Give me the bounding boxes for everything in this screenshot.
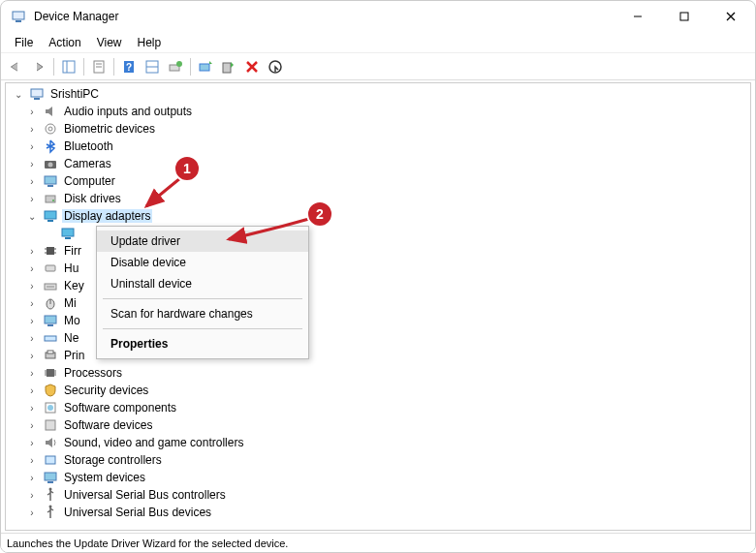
tree-item-software-devices[interactable]: › Software devices [8, 416, 748, 434]
annotation-callout-2: 2 [306, 200, 333, 228]
expand-icon[interactable]: › [25, 403, 39, 414]
tree-item-processors[interactable]: › Processors [8, 364, 748, 382]
menu-properties[interactable]: Properties [97, 333, 308, 354]
tree-item-audio[interactable]: › Audio inputs and outputs [8, 103, 748, 120]
tree-item-usb-devices[interactable]: › Universal Serial Bus devices [8, 504, 748, 521]
svg-rect-51 [47, 369, 54, 377]
expand-icon[interactable]: › [25, 124, 39, 135]
menu-separator [103, 298, 302, 299]
tree-item-label: Firr [62, 244, 83, 258]
svg-rect-6 [63, 61, 75, 73]
expand-icon[interactable]: › [25, 385, 39, 396]
svg-point-27 [48, 163, 53, 168]
svg-point-24 [46, 124, 55, 134]
expand-icon[interactable]: › [25, 455, 39, 466]
tree-item-display-adapters[interactable]: ⌄ Display adapters [8, 207, 748, 225]
menu-action[interactable]: Action [41, 34, 88, 51]
expand-icon[interactable]: › [25, 507, 39, 518]
maximize-button[interactable] [670, 7, 699, 26]
tree-item-security[interactable]: › Security devices [8, 382, 748, 399]
tree-item-bluetooth[interactable]: › Bluetooth [8, 138, 748, 155]
menu-view[interactable]: View [89, 34, 130, 51]
menu-scan-hardware[interactable]: Scan for hardware changes [97, 303, 308, 324]
menu-update-driver[interactable]: Update driver [97, 230, 308, 252]
expand-icon[interactable]: › [25, 246, 39, 257]
tree-item-label: Ne [62, 331, 80, 345]
help-button[interactable]: ? [118, 56, 140, 77]
usb-icon [43, 505, 58, 520]
tree-item-system[interactable]: › System devices [8, 469, 748, 486]
back-button[interactable] [5, 56, 26, 77]
show-hide-tree-button[interactable] [58, 56, 79, 77]
device-manager-icon [11, 9, 26, 24]
tree-item-cameras[interactable]: › Cameras [8, 155, 748, 172]
tree-item-label: Disk drives [62, 192, 123, 205]
display-adapter-icon [43, 208, 58, 224]
update-driver-button[interactable] [195, 56, 216, 77]
close-button[interactable] [716, 7, 745, 26]
expand-icon[interactable]: › [25, 107, 39, 117]
component-icon [43, 400, 58, 415]
menu-help[interactable]: Help [130, 34, 170, 51]
menu-uninstall-device[interactable]: Uninstall device [97, 273, 308, 294]
tree-item-software-components[interactable]: › Software components [8, 399, 748, 416]
tree-item-sound[interactable]: › Sound, video and game controllers [8, 434, 748, 451]
forward-button[interactable] [28, 56, 49, 77]
tree-item-computer[interactable]: › Computer [8, 172, 748, 190]
enable-button[interactable] [265, 56, 286, 77]
scan-button[interactable] [142, 56, 163, 77]
svg-point-25 [48, 127, 52, 131]
expand-icon[interactable]: › [25, 263, 39, 274]
expand-icon[interactable]: › [25, 159, 39, 169]
tree-item-label: Hu [62, 261, 80, 275]
svg-rect-34 [62, 229, 74, 236]
expand-icon[interactable]: › [25, 141, 39, 152]
tree-root[interactable]: ⌄ SrishtiPC [8, 85, 748, 103]
statusbar: Launches the Update Driver Wizard for th… [1, 533, 755, 552]
menu-disable-device[interactable]: Disable device [97, 252, 308, 273]
tree-item-storage[interactable]: › Storage controllers [8, 451, 748, 469]
tree-item-disk[interactable]: › Disk drives [8, 190, 748, 207]
svg-rect-61 [46, 456, 55, 464]
svg-rect-35 [65, 237, 71, 239]
uninstall-button[interactable] [241, 56, 263, 77]
add-legacy-button[interactable] [165, 56, 186, 77]
tree-item-biometric[interactable]: › Biometric devices [8, 120, 748, 138]
expand-icon[interactable]: › [25, 490, 39, 501]
usb-icon [43, 487, 58, 503]
window-controls [623, 7, 745, 26]
svg-rect-46 [45, 316, 56, 323]
minimize-button[interactable] [623, 7, 652, 26]
disk-icon [43, 191, 58, 206]
toolbar-separator [190, 58, 191, 76]
menu-separator [103, 328, 302, 329]
toolbar-separator [113, 58, 114, 76]
properties-button[interactable] [88, 56, 110, 77]
expand-icon[interactable]: › [25, 316, 39, 326]
network-icon [43, 330, 58, 346]
expand-icon[interactable]: › [25, 281, 39, 292]
disable-button[interactable] [218, 56, 239, 77]
svg-rect-60 [46, 420, 55, 430]
collapse-icon[interactable]: ⌄ [25, 211, 39, 222]
svg-point-65 [49, 506, 52, 508]
expand-icon[interactable]: › [25, 351, 39, 361]
expand-icon[interactable]: › [25, 420, 39, 431]
expand-icon[interactable]: › [25, 176, 39, 187]
expand-icon[interactable]: › [25, 368, 39, 379]
collapse-icon[interactable]: ⌄ [12, 89, 25, 100]
speaker-icon [43, 104, 58, 119]
expand-icon[interactable]: › [25, 333, 39, 344]
tree-item-usb-controllers[interactable]: › Universal Serial Bus controllers [8, 486, 748, 504]
software-icon [43, 417, 58, 433]
expand-icon[interactable]: › [25, 194, 39, 204]
tree-item-label: Biometric devices [62, 122, 157, 136]
svg-rect-28 [45, 176, 56, 184]
svg-text:?: ? [126, 62, 132, 73]
svg-rect-17 [200, 64, 209, 71]
expand-icon[interactable]: › [25, 473, 39, 483]
tree-item-label: Audio inputs and outputs [62, 105, 194, 118]
expand-icon[interactable]: › [25, 438, 39, 448]
menu-file[interactable]: File [7, 34, 41, 51]
expand-icon[interactable]: › [25, 298, 39, 309]
